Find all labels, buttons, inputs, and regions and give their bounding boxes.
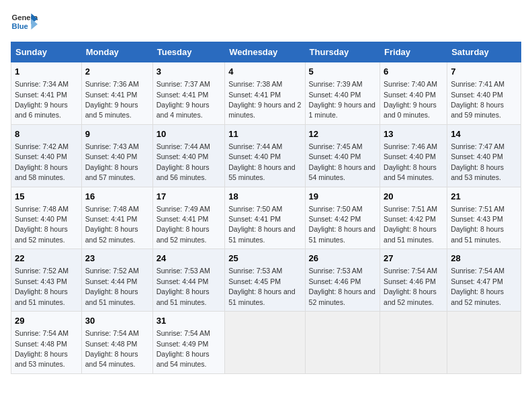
day-number: 31 (157, 315, 222, 327)
column-header-tuesday: Tuesday (152, 42, 225, 62)
day-cell: 25Sunrise: 7:53 AM Sunset: 4:45 PM Dayli… (225, 249, 305, 312)
day-cell: 21Sunrise: 7:51 AM Sunset: 4:43 PM Dayli… (447, 187, 521, 249)
day-cell: 12Sunrise: 7:45 AM Sunset: 4:40 PM Dayli… (305, 124, 380, 187)
day-number: 17 (157, 191, 222, 203)
day-info: Sunrise: 7:42 AM Sunset: 4:40 PM Dayligh… (15, 142, 69, 181)
day-cell (305, 312, 380, 374)
day-info: Sunrise: 7:50 AM Sunset: 4:42 PM Dayligh… (309, 205, 375, 244)
column-header-friday: Friday (380, 42, 447, 62)
day-info: Sunrise: 7:46 AM Sunset: 4:40 PM Dayligh… (384, 142, 437, 181)
day-cell: 20Sunrise: 7:51 AM Sunset: 4:42 PM Dayli… (380, 187, 447, 249)
day-info: Sunrise: 7:45 AM Sunset: 4:40 PM Dayligh… (309, 142, 375, 181)
day-number: 19 (309, 191, 376, 203)
week-row-5: 29Sunrise: 7:54 AM Sunset: 4:48 PM Dayli… (11, 312, 521, 374)
day-cell: 17Sunrise: 7:49 AM Sunset: 4:41 PM Dayli… (152, 187, 225, 249)
day-number: 29 (15, 315, 78, 327)
day-number: 23 (85, 253, 149, 265)
day-number: 4 (228, 66, 301, 78)
day-cell: 15Sunrise: 7:48 AM Sunset: 4:40 PM Dayli… (11, 187, 82, 249)
day-cell: 6Sunrise: 7:40 AM Sunset: 4:40 PM Daylig… (380, 62, 447, 125)
day-number: 8 (15, 128, 78, 140)
day-cell (380, 312, 447, 374)
day-number: 14 (451, 128, 517, 140)
day-number: 1 (15, 66, 78, 78)
day-info: Sunrise: 7:51 AM Sunset: 4:42 PM Dayligh… (384, 205, 437, 244)
day-info: Sunrise: 7:36 AM Sunset: 4:41 PM Dayligh… (85, 80, 139, 119)
day-info: Sunrise: 7:41 AM Sunset: 4:40 PM Dayligh… (451, 80, 504, 119)
day-number: 13 (384, 128, 443, 140)
day-info: Sunrise: 7:53 AM Sunset: 4:45 PM Dayligh… (228, 267, 295, 306)
day-cell: 27Sunrise: 7:54 AM Sunset: 4:46 PM Dayli… (380, 249, 447, 312)
logo-icon: General Blue (11, 11, 38, 35)
day-info: Sunrise: 7:47 AM Sunset: 4:40 PM Dayligh… (451, 142, 504, 181)
day-info: Sunrise: 7:43 AM Sunset: 4:40 PM Dayligh… (85, 142, 139, 181)
day-number: 11 (228, 128, 301, 140)
day-number: 24 (157, 253, 222, 265)
day-cell (225, 312, 305, 374)
day-info: Sunrise: 7:52 AM Sunset: 4:44 PM Dayligh… (85, 267, 139, 306)
day-number: 2 (85, 66, 149, 78)
column-header-sunday: Sunday (11, 42, 82, 62)
day-cell: 5Sunrise: 7:39 AM Sunset: 4:40 PM Daylig… (305, 62, 380, 125)
day-info: Sunrise: 7:53 AM Sunset: 4:46 PM Dayligh… (309, 267, 375, 306)
day-info: Sunrise: 7:48 AM Sunset: 4:41 PM Dayligh… (85, 205, 139, 244)
day-cell: 10Sunrise: 7:44 AM Sunset: 4:40 PM Dayli… (152, 124, 225, 187)
week-row-3: 15Sunrise: 7:48 AM Sunset: 4:40 PM Dayli… (11, 187, 521, 249)
day-info: Sunrise: 7:39 AM Sunset: 4:40 PM Dayligh… (309, 80, 375, 119)
day-info: Sunrise: 7:53 AM Sunset: 4:44 PM Dayligh… (157, 267, 210, 306)
day-info: Sunrise: 7:40 AM Sunset: 4:40 PM Dayligh… (384, 80, 437, 119)
day-number: 15 (15, 191, 78, 203)
day-cell: 8Sunrise: 7:42 AM Sunset: 4:40 PM Daylig… (11, 124, 82, 187)
day-cell (447, 312, 521, 374)
column-header-thursday: Thursday (305, 42, 380, 62)
day-number: 28 (451, 253, 517, 265)
day-number: 27 (384, 253, 443, 265)
day-info: Sunrise: 7:49 AM Sunset: 4:41 PM Dayligh… (157, 205, 210, 244)
day-info: Sunrise: 7:34 AM Sunset: 4:41 PM Dayligh… (15, 80, 69, 119)
day-info: Sunrise: 7:54 AM Sunset: 4:49 PM Dayligh… (157, 329, 210, 368)
day-cell: 13Sunrise: 7:46 AM Sunset: 4:40 PM Dayli… (380, 124, 447, 187)
week-row-1: 1Sunrise: 7:34 AM Sunset: 4:41 PM Daylig… (11, 62, 521, 125)
header: General Blue (11, 11, 521, 35)
column-header-saturday: Saturday (447, 42, 521, 62)
logo: General Blue (11, 11, 38, 35)
day-info: Sunrise: 7:37 AM Sunset: 4:41 PM Dayligh… (157, 80, 210, 119)
day-cell: 26Sunrise: 7:53 AM Sunset: 4:46 PM Dayli… (305, 249, 380, 312)
day-number: 20 (384, 191, 443, 203)
day-cell: 18Sunrise: 7:50 AM Sunset: 4:41 PM Dayli… (225, 187, 305, 249)
day-number: 10 (157, 128, 222, 140)
day-number: 25 (228, 253, 301, 265)
day-cell: 4Sunrise: 7:38 AM Sunset: 4:41 PM Daylig… (225, 62, 305, 125)
day-number: 9 (85, 128, 149, 140)
day-number: 21 (451, 191, 517, 203)
week-row-4: 22Sunrise: 7:52 AM Sunset: 4:43 PM Dayli… (11, 249, 521, 312)
day-info: Sunrise: 7:38 AM Sunset: 4:41 PM Dayligh… (228, 80, 301, 119)
day-cell: 30Sunrise: 7:54 AM Sunset: 4:48 PM Dayli… (81, 312, 152, 374)
day-number: 16 (85, 191, 149, 203)
day-info: Sunrise: 7:54 AM Sunset: 4:46 PM Dayligh… (384, 267, 437, 306)
day-number: 30 (85, 315, 149, 327)
day-cell: 2Sunrise: 7:36 AM Sunset: 4:41 PM Daylig… (81, 62, 152, 125)
day-cell: 3Sunrise: 7:37 AM Sunset: 4:41 PM Daylig… (152, 62, 225, 125)
svg-text:Blue: Blue (12, 22, 28, 30)
day-cell: 24Sunrise: 7:53 AM Sunset: 4:44 PM Dayli… (152, 249, 225, 312)
day-info: Sunrise: 7:48 AM Sunset: 4:40 PM Dayligh… (15, 205, 69, 244)
day-info: Sunrise: 7:54 AM Sunset: 4:48 PM Dayligh… (85, 329, 139, 368)
day-info: Sunrise: 7:54 AM Sunset: 4:48 PM Dayligh… (15, 329, 69, 368)
day-cell: 31Sunrise: 7:54 AM Sunset: 4:49 PM Dayli… (152, 312, 225, 374)
day-cell: 23Sunrise: 7:52 AM Sunset: 4:44 PM Dayli… (81, 249, 152, 312)
day-cell: 22Sunrise: 7:52 AM Sunset: 4:43 PM Dayli… (11, 249, 82, 312)
day-info: Sunrise: 7:44 AM Sunset: 4:40 PM Dayligh… (157, 142, 210, 181)
day-cell: 28Sunrise: 7:54 AM Sunset: 4:47 PM Dayli… (447, 249, 521, 312)
calendar-table: SundayMondayTuesdayWednesdayThursdayFrid… (11, 42, 521, 374)
day-cell: 19Sunrise: 7:50 AM Sunset: 4:42 PM Dayli… (305, 187, 380, 249)
day-number: 5 (309, 66, 376, 78)
day-info: Sunrise: 7:54 AM Sunset: 4:47 PM Dayligh… (451, 267, 504, 306)
day-cell: 14Sunrise: 7:47 AM Sunset: 4:40 PM Dayli… (447, 124, 521, 187)
day-cell: 29Sunrise: 7:54 AM Sunset: 4:48 PM Dayli… (11, 312, 82, 374)
day-number: 6 (384, 66, 443, 78)
day-info: Sunrise: 7:44 AM Sunset: 4:40 PM Dayligh… (228, 142, 295, 181)
day-info: Sunrise: 7:51 AM Sunset: 4:43 PM Dayligh… (451, 205, 504, 244)
day-info: Sunrise: 7:50 AM Sunset: 4:41 PM Dayligh… (228, 205, 295, 244)
column-header-wednesday: Wednesday (225, 42, 305, 62)
